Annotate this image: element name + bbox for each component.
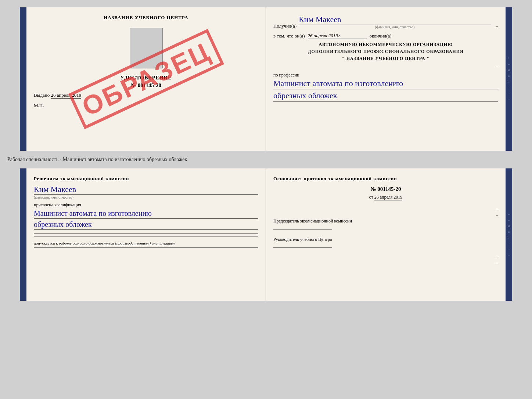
cert-title: УДОСТОВЕРЕНИЕ [34, 75, 258, 81]
cert-number: № 001145-20 [34, 82, 258, 89]
edge-text-4: а [508, 74, 510, 78]
blank-line-1 [34, 234, 258, 234]
org-line2: ДОПОЛНИТЕЛЬНОГО ПРОФЕССИОНАЛЬНОГО ОБРАЗО… [273, 48, 498, 55]
org-sublabel: – [273, 65, 498, 69]
left-border [20, 7, 26, 151]
r-dash-4: – [496, 260, 498, 266]
bottom-left-border [20, 168, 26, 301]
rukovoditel-sig-line [273, 247, 332, 248]
vtom-label: в том, что он(а) [273, 33, 305, 39]
right-border: – – и а ‹– – – – [506, 7, 512, 151]
vtom-row: в том, что он(а) 26 апреля 2019г. окончи… [273, 33, 498, 39]
org-quote: " НАЗВАНИЕ УЧЕБНОГО ЦЕНТРА " [273, 55, 498, 62]
bottom-doc-left: Решением экзаменационной комиссии Ким Ма… [26, 168, 266, 301]
ot-date: 26 апреля 2019 [374, 195, 402, 200]
b-edge-1: – [508, 212, 510, 216]
edge-text-1: – [507, 57, 511, 60]
r-dash-1: – [496, 206, 498, 211]
mp-label: М.П. [34, 103, 258, 108]
middle-label: Рабочая специальность - Машинист автомат… [7, 157, 187, 163]
school-name-left: НАЗВАНИЕ УЧЕБНОГО ЦЕНТРА [34, 15, 258, 21]
dopuskaetsya-label: допускается к [34, 241, 58, 245]
r-dash-3: – [496, 253, 498, 259]
b-edge-7: – [508, 247, 510, 251]
qual-line1: Машинист автомата по изготовлению [34, 209, 258, 219]
bottom-name-block: Ким Макеев (фамилия, имя, отчество) [34, 185, 258, 199]
profession-line2: обрезных обложек [273, 91, 498, 101]
top-doc-right: Получил(a) Ким Макеев (фамилия, имя, отч… [266, 7, 506, 151]
rukovoditel-block: Руководитель учебного Центра [273, 237, 498, 248]
org-line1: АВТОНОМНУЮ НЕКОММЕРЧЕСКУЮ ОРГАНИЗАЦИЮ [273, 41, 498, 48]
rukovoditel-title: Руководитель учебного Центра [273, 237, 498, 242]
resheniem-title: Решением экзаменационной комиссии [34, 176, 258, 182]
vydano-line: Выдано 26 апреля 2019 [34, 92, 258, 98]
b-edge-2: – [508, 218, 510, 222]
org-block: АВТОНОМНУЮ НЕКОММЕРЧЕСКУЮ ОРГАНИЗАЦИЮ ДО… [273, 41, 498, 63]
b-edge-3: и [508, 224, 510, 228]
ot-label: от [369, 195, 373, 200]
r-dash-2: – [496, 212, 498, 218]
b-edge-4: а [508, 230, 510, 234]
poluchil-label: Получил(a) [273, 23, 296, 29]
bottom-doc-right: Основание: протокол экзаменационной коми… [266, 168, 506, 301]
profession-line1: Машинист автомата по изготовлению [273, 79, 498, 89]
edge-text-2: – [508, 62, 510, 66]
b-edge-6: – [508, 242, 510, 245]
edge-text-3: и [508, 68, 510, 72]
dopuskaetsya-value: работе согласно должностным (производств… [59, 241, 175, 245]
predsedatel-title: Председатель экзаменационной комиссии [273, 218, 498, 224]
bottom-name: Ким Макеев [34, 185, 258, 195]
predsedatel-block: Председатель экзаменационной комиссии [273, 218, 498, 229]
prisvoena-label: присвоена квалификация [34, 202, 258, 208]
profession-block: Машинист автомата по изготовлению обрезн… [273, 79, 498, 101]
protocol-number: № 001145-20 [273, 186, 498, 192]
blank-line-3 [34, 247, 258, 248]
okonchil-label: окончил(а) [370, 33, 392, 39]
b-edge-8: – [508, 253, 510, 257]
recipient-name: Ким Макеев [299, 15, 490, 25]
predsedatel-sig-line [273, 229, 332, 229]
qualification-block: Машинист автомата по изготовлению обрезн… [34, 209, 258, 230]
top-document: – – и а ‹– – – – НАЗВАНИЕ УЧЕБНОГО ЦЕНТР… [20, 7, 512, 151]
top-doc-left: НАЗВАНИЕ УЧЕБНОГО ЦЕНТРА УДОСТОВЕРЕНИЕ №… [26, 7, 266, 151]
dopuskaetsya-block: допускается к работе согласно должностны… [34, 241, 258, 245]
bottom-fio-sublabel: (фамилия, имя, отчество) [34, 195, 258, 199]
qual-line2: обрезных обложек [34, 220, 258, 230]
bottom-right-border: – – и а ‹– – – – [506, 168, 512, 301]
date-value: 26 апреля 2019г. [308, 33, 367, 39]
fio-sublabel-top: (фамилия, имя, отчество) [299, 25, 490, 29]
poluchil-row: Получил(a) Ким Макеев (фамилия, имя, отч… [273, 15, 498, 29]
ot-line: от 26 апреля 2019 [273, 195, 498, 200]
b-edge-5: ‹– [507, 236, 510, 239]
vydano-date: 26 апреля 2019 [51, 92, 82, 99]
edge-text-6: – [508, 86, 510, 89]
photo-placeholder [130, 28, 163, 68]
blank-line-2 [34, 236, 258, 236]
osnovanie-title: Основание: протокол экзаменационной коми… [273, 176, 498, 182]
edge-text-7: – [508, 92, 510, 95]
dash-right: – [493, 23, 499, 29]
vydano-label: Выдано [34, 92, 50, 98]
po-professii-label: по профессии [273, 72, 498, 78]
bottom-document: – – и а ‹– – – – Решением экзаменационно… [20, 168, 512, 301]
edge-text-5: ‹– [507, 80, 510, 83]
edge-text-8: – [508, 97, 510, 101]
